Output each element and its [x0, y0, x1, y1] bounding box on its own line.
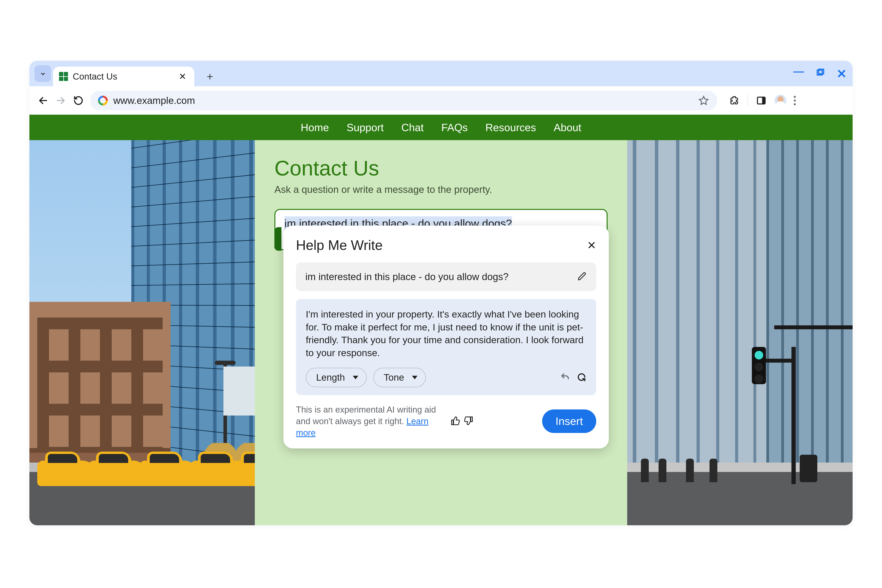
browser-tab[interactable]: Contact Us ✕ — [53, 67, 194, 86]
pencil-icon — [578, 272, 587, 281]
caret-down-icon — [353, 376, 358, 379]
hmw-edit-prompt-button[interactable] — [578, 272, 587, 282]
help-me-write-popup: Help Me Write ✕ im interested in this pl… — [284, 226, 609, 448]
browser-toolbar: www.example.com — [29, 86, 853, 115]
nav-about[interactable]: About — [554, 122, 581, 134]
toolbar-actions — [728, 94, 796, 106]
refresh-icon — [577, 372, 586, 382]
hmw-prompt-text: im interested in this place - do you all… — [305, 271, 578, 282]
tab-search-button[interactable] — [34, 65, 51, 82]
nav-faqs[interactable]: FAQs — [441, 122, 468, 134]
hmw-thumbs-down-button[interactable] — [464, 416, 473, 426]
contact-panel: Contact Us Ask a question or write a mes… — [255, 140, 627, 525]
page-content: Home Support Chat FAQs Resources About C… — [29, 115, 853, 525]
page-heading: Contact Us — [274, 156, 608, 180]
arrow-left-icon — [38, 96, 48, 106]
hmw-disclaimer: This is an experimental AI writing aid a… — [296, 404, 445, 439]
site-nav: Home Support Chat FAQs Resources About — [29, 115, 853, 140]
undo-icon — [560, 372, 570, 382]
window-controls: — ✕ — [794, 67, 847, 81]
chevron-down-icon — [39, 70, 47, 78]
chrome-menu-button[interactable] — [794, 96, 796, 105]
hmw-thumbs-up-button[interactable] — [451, 416, 460, 426]
hmw-suggestion-text: I'm interested in your property. It's ex… — [306, 308, 586, 360]
hmw-length-dropdown[interactable]: Length — [306, 368, 367, 387]
hmw-tone-label: Tone — [384, 372, 404, 383]
minimize-button[interactable]: — — [794, 65, 804, 77]
new-tab-button[interactable]: + — [202, 69, 218, 84]
hmw-prompt-chip: im interested in this place - do you all… — [296, 262, 596, 291]
site-favicon — [59, 72, 68, 81]
tab-close-button[interactable]: ✕ — [177, 71, 188, 82]
side-panel-icon — [756, 96, 766, 106]
reload-icon — [73, 96, 84, 106]
hmw-undo-button[interactable] — [560, 372, 570, 383]
extension-icon — [729, 96, 739, 106]
hmw-length-label: Length — [316, 372, 345, 383]
google-icon — [98, 96, 108, 105]
extensions-button[interactable] — [728, 94, 740, 106]
tab-strip: Contact Us ✕ + — ✕ — [29, 61, 853, 86]
url-text: www.example.com — [113, 95, 195, 106]
bookmark-button[interactable] — [698, 94, 710, 106]
address-bar[interactable]: www.example.com — [90, 91, 717, 110]
hmw-close-button[interactable]: ✕ — [587, 239, 596, 252]
tab-title: Contact Us — [73, 71, 172, 82]
nav-home[interactable]: Home — [301, 122, 329, 134]
nav-chat[interactable]: Chat — [401, 122, 423, 134]
svg-rect-3 — [762, 97, 765, 104]
submit-button-edge[interactable] — [274, 227, 282, 250]
hmw-title: Help Me Write — [296, 237, 382, 253]
maximize-button[interactable] — [816, 68, 825, 80]
arrow-right-icon — [56, 96, 66, 106]
hmw-regenerate-button[interactable] — [577, 372, 586, 383]
nav-resources[interactable]: Resources — [486, 122, 536, 134]
thumbs-up-icon — [451, 416, 460, 426]
page-subheading: Ask a question or write a message to the… — [274, 184, 608, 195]
side-panel-button[interactable] — [755, 94, 767, 106]
hero-image-right — [627, 140, 853, 525]
back-button[interactable] — [37, 94, 49, 106]
nav-support[interactable]: Support — [346, 122, 384, 134]
hero-section: Contact Us Ask a question or write a mes… — [29, 140, 853, 525]
hmw-suggestion-box: I'm interested in your property. It's ex… — [296, 299, 596, 395]
close-window-button[interactable]: ✕ — [837, 67, 847, 81]
reload-button[interactable] — [72, 94, 84, 106]
star-icon — [699, 96, 709, 106]
toolbar-divider — [747, 94, 748, 106]
hero-image-left — [29, 140, 255, 525]
forward-button[interactable] — [55, 94, 67, 106]
browser-window: Contact Us ✕ + — ✕ www.example.com — [29, 61, 853, 525]
profile-avatar[interactable] — [775, 94, 786, 106]
maximize-icon — [816, 69, 825, 78]
hmw-insert-button[interactable]: Insert — [542, 410, 596, 433]
thumbs-down-icon — [464, 416, 473, 426]
hmw-tone-dropdown[interactable]: Tone — [374, 368, 426, 387]
caret-down-icon — [412, 376, 417, 379]
